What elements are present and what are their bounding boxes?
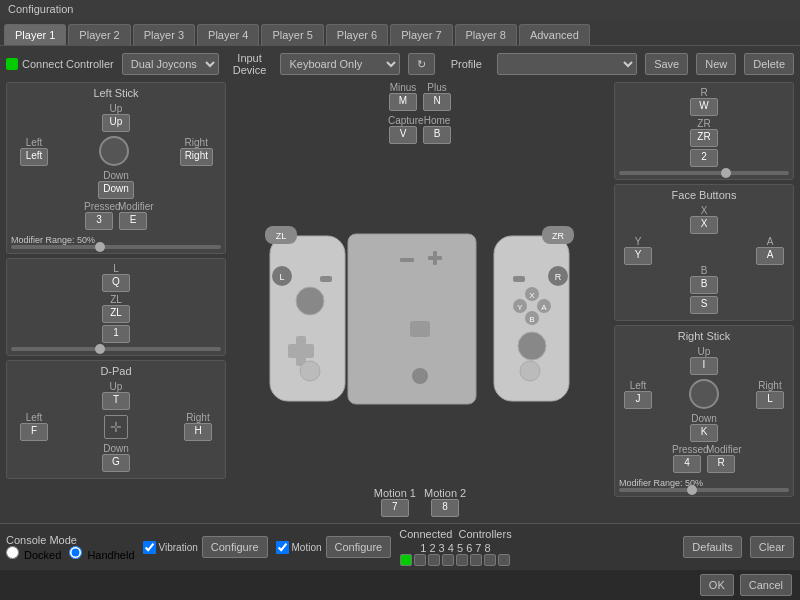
tab-player7[interactable]: Player 7 [390,24,452,45]
r-modifier-key[interactable]: R [707,455,735,473]
r-pressed-key[interactable]: 4 [673,455,701,473]
dpad-section: D-Pad Up T Left F ✛ [6,360,226,479]
num2-key[interactable]: 2 [690,149,718,167]
r-key[interactable]: W [690,98,718,116]
tab-player5[interactable]: Player 5 [261,24,323,45]
zl-key[interactable]: ZL [102,305,130,323]
y-label2: Y [623,236,653,247]
save-button[interactable]: Save [645,53,688,75]
home-key[interactable]: B [423,126,451,144]
controller-visual: ZL L [230,148,610,483]
minus-key[interactable]: M [389,93,417,111]
profile-select[interactable] [497,53,637,75]
connected-dots [400,554,510,566]
face-buttons-section: Face Buttons X X Y Y A [614,184,794,321]
defaults-button[interactable]: Defaults [683,536,741,558]
dpad-down-key[interactable]: G [102,454,130,472]
svg-text:B: B [529,315,534,324]
connected-section: Connected Controllers 1 2 3 4 5 6 7 8 [399,528,511,566]
minus-label: Minus [388,82,418,93]
r-modifier-range-slider[interactable] [619,488,789,492]
new-button[interactable]: New [696,53,736,75]
input-device-select[interactable]: Keyboard Only [280,53,400,75]
r-buttons-section: R W ZR ZR 2 [614,82,794,180]
dpad-right-key[interactable]: H [184,423,212,441]
left-key[interactable]: Left [20,148,48,166]
tab-player6[interactable]: Player 6 [326,24,388,45]
conn-dot-1 [400,554,412,566]
a-label: A [755,236,785,247]
vibration-configure-button[interactable]: Configure [202,536,268,558]
cancel-button[interactable]: Cancel [740,574,792,596]
tab-advanced[interactable]: Advanced [519,24,590,45]
handheld-radio-label[interactable]: Handheld [69,546,134,561]
vibration-checkbox[interactable] [143,541,156,554]
tab-player1[interactable]: Player 1 [4,24,66,45]
svg-point-9 [300,361,320,381]
motion-checkbox[interactable] [276,541,289,554]
right-stick-title: Right Stick [619,330,789,342]
plus-key[interactable]: N [423,93,451,111]
b-key2[interactable]: S [690,296,718,314]
dpad-down-label: Down [101,443,131,454]
tab-player2[interactable]: Player 2 [68,24,130,45]
face-buttons-title: Face Buttons [619,189,789,201]
svg-text:Y: Y [517,303,523,312]
motion1-key[interactable]: 7 [381,499,409,517]
motion-checkbox-label[interactable]: Motion [276,541,322,554]
x-label: X [689,205,719,216]
clear-button[interactable]: Clear [750,536,794,558]
controller-type-select[interactable]: Dual Joycons [122,53,219,75]
motion2-key[interactable]: 8 [431,499,459,517]
r-right-label: Right [755,380,785,391]
vibration-checkbox-label[interactable]: Vibration [143,541,198,554]
r-up-key[interactable]: I [690,357,718,375]
r-down-key[interactable]: K [690,424,718,442]
r-slider[interactable] [619,171,789,175]
svg-point-31 [520,361,540,381]
pressed-key[interactable]: 3 [85,212,113,230]
down-key[interactable]: Down [98,181,134,199]
console-mode-radios: Docked Handheld [6,546,135,561]
right-stick-section: Right Stick Up I Left J [614,325,794,497]
x-key[interactable]: X [690,216,718,234]
down-label: Down [101,170,131,181]
capture-key[interactable]: V [389,126,417,144]
docked-radio[interactable] [6,546,19,559]
conn-dot-2 [414,554,426,566]
right-key[interactable]: Right [180,148,213,166]
handheld-radio[interactable] [69,546,82,559]
motion-configure-button[interactable]: Configure [326,536,392,558]
delete-button[interactable]: Delete [744,53,794,75]
l-key[interactable]: Q [102,274,130,292]
a-key[interactable]: A [756,247,784,265]
l-slider[interactable] [11,347,221,351]
connect-label: Connect Controller [22,58,114,70]
svg-rect-13 [433,251,437,265]
refresh-button[interactable]: ↻ [408,53,435,75]
tab-player3[interactable]: Player 3 [133,24,195,45]
dpad-up-key[interactable]: T [102,392,130,410]
b-key[interactable]: B [690,276,718,294]
svg-rect-8 [320,276,332,282]
up-key[interactable]: Up [102,114,130,132]
docked-radio-label[interactable]: Docked [6,546,61,561]
r-left-key[interactable]: J [624,391,652,409]
vibration-section: Vibration Configure [143,536,268,558]
content-area: Connect Controller Dual Joycons Input De… [0,46,800,523]
b-label: B [689,265,719,276]
y-key[interactable]: Y [624,247,652,265]
ok-button[interactable]: OK [700,574,734,596]
tab-player8[interactable]: Player 8 [455,24,517,45]
zr-key[interactable]: ZR [690,129,718,147]
l-label: L [101,263,131,274]
modifier-range-slider[interactable] [11,245,221,249]
tab-player4[interactable]: Player 4 [197,24,259,45]
svg-rect-11 [400,258,414,262]
r-right-key[interactable]: L [756,391,784,409]
r-left-label: Left [623,380,653,391]
dpad-left-key[interactable]: F [20,423,48,441]
modifier-key[interactable]: E [119,212,147,230]
r-up-label: Up [689,346,719,357]
num1-key[interactable]: 1 [102,325,130,343]
